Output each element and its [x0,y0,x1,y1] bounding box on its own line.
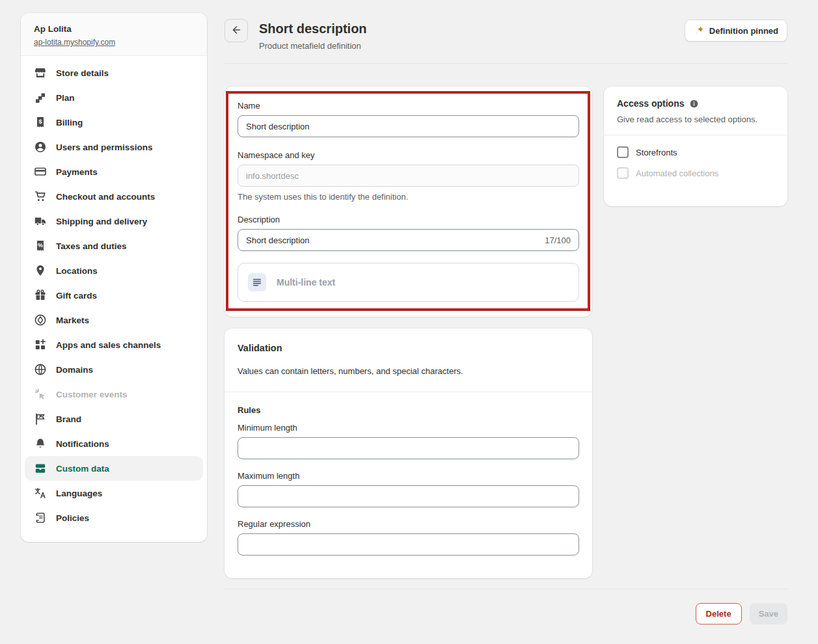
footer-actions: Delete Save [696,603,787,624]
sidebar-item-languages[interactable]: Languages [25,481,203,505]
sidebar-item-label: Languages [56,489,102,498]
sidebar-item-shipping-and-delivery[interactable]: Shipping and delivery [25,209,203,234]
sidebar-item-store-details[interactable]: Store details [25,60,203,85]
billing-icon: $ [34,116,47,129]
automated-collections-checkbox [617,167,629,179]
save-button: Save [750,603,787,624]
storefronts-checkbox[interactable] [617,146,629,158]
name-input[interactable] [238,115,579,137]
page-header: Short description Product metafield defi… [225,19,787,54]
sidebar-menu: Store detailsPlan$BillingUsers and permi… [21,56,207,535]
sidebar-item-plan[interactable]: Plan [25,85,203,110]
page-subtitle: Product metafield definition [259,41,361,51]
sidebar-item-label: Taxes and duties [56,241,127,251]
minimum-length-input[interactable] [238,437,579,459]
sidebar-item-gift-cards[interactable]: Gift cards [25,283,203,308]
store-header: Ap Lolita ap-lotita.myshopify.com [21,13,207,56]
storefronts-checkbox-row[interactable]: Storefronts [617,146,774,158]
definition-pinned-button[interactable]: Definition pinned [685,20,787,42]
namespace-help-text: The system uses this to identify the def… [238,192,579,202]
sidebar-item-label: Custom data [56,464,109,474]
policies-icon [34,511,47,524]
name-label: Name [238,101,579,111]
back-arrow-icon [230,24,242,38]
delete-button[interactable]: Delete [696,603,742,624]
sidebar-item-label: Users and permissions [56,142,153,152]
sidebar-item-taxes-and-duties[interactable]: %Taxes and duties [25,234,203,258]
sidebar-item-label: Notifications [56,439,109,449]
description-label: Description [238,215,579,224]
sidebar-item-notifications[interactable]: Notifications [25,431,203,456]
header-divider [225,63,787,64]
sidebar-item-customer-events: Customer events [25,382,203,407]
validation-title: Validation [238,343,579,353]
validation-card: Validation Values can contain letters, n… [225,329,592,578]
sidebar-item-policies[interactable]: Policies [25,505,203,530]
sidebar-item-label: Gift cards [56,291,97,301]
sidebar-item-locations[interactable]: Locations [25,258,203,283]
storefront-icon [34,66,47,79]
gift-icon [34,289,47,302]
sidebar-item-label: Policies [56,513,89,523]
access-options-title: Access options [617,98,684,109]
footer-divider [225,589,787,589]
apps-grid-icon [34,338,47,351]
sidebar-item-checkout-and-accounts[interactable]: Checkout and accounts [25,184,203,209]
sidebar-item-markets[interactable]: Markets [25,308,203,332]
sidebar-item-users-and-permissions[interactable]: Users and permissions [25,135,203,159]
cart-icon [34,190,47,203]
access-options-card: Access options Give read access to selec… [604,87,787,206]
content-type-selector[interactable]: Multi-line text [238,263,579,302]
maximum-length-input[interactable] [238,485,579,507]
rules-title: Rules [238,405,579,415]
sidebar-item-label: Brand [56,414,81,424]
payments-icon [34,165,47,178]
sidebar-item-label: Store details [56,68,109,78]
definition-pinned-label: Definition pinned [709,26,778,36]
customer-events-icon [34,388,47,401]
description-input[interactable] [238,229,579,251]
sidebar-item-label: Payments [56,167,98,177]
access-options-subtitle: Give read access to selected options. [617,114,774,124]
sidebar-item-billing[interactable]: $Billing [25,110,203,135]
svg-text:%: % [38,242,43,248]
truck-icon [34,215,47,228]
regular-expression-input[interactable] [238,533,579,556]
users-icon [34,141,47,154]
sidebar-item-label: Billing [56,118,83,127]
pin-icon [694,25,704,36]
validation-description: Values can contain letters, numbers, and… [238,366,579,376]
svg-text:$: $ [38,118,42,125]
sidebar-item-label: Apps and sales channels [56,340,161,350]
sidebar-item-domains[interactable]: Domains [25,357,203,382]
sidebar-item-payments[interactable]: Payments [25,159,203,184]
sidebar-item-custom-data[interactable]: Custom data [25,456,203,481]
regular-expression-label: Regular expression [238,519,579,529]
automated-collections-label: Automated collections [636,168,718,178]
storefronts-label: Storefronts [636,148,677,157]
sidebar-item-label: Shipping and delivery [56,217,147,226]
settings-page: Ap Lolita ap-lotita.myshopify.com Store … [0,0,818,644]
tax-receipt-icon: % [34,239,47,252]
bell-icon [34,437,47,450]
automated-collections-checkbox-row: Automated collections [617,167,774,179]
back-button[interactable] [225,19,248,42]
sidebar-item-apps-and-sales-channels[interactable]: Apps and sales channels [25,332,203,357]
sidebar-item-label: Checkout and accounts [56,192,155,202]
namespace-input [238,165,579,187]
domains-globe-icon [34,363,47,376]
brand-flag-icon [34,412,47,425]
store-url-link[interactable]: ap-lotita.myshopify.com [34,38,115,47]
definition-card: Name Namespace and key The system uses t… [225,87,592,317]
sidebar-item-brand[interactable]: Brand [25,407,203,431]
namespace-label: Namespace and key [238,150,579,160]
sidebar-item-label: Domains [56,365,93,375]
markets-globe-icon [34,314,47,327]
plan-icon [34,91,47,104]
maximum-length-label: Maximum length [238,471,579,481]
content-type-label: Multi-line text [277,277,335,288]
info-icon[interactable] [689,99,699,109]
multi-line-text-icon [248,273,266,291]
minimum-length-label: Minimum length [238,423,579,433]
store-name: Ap Lolita [34,24,194,34]
